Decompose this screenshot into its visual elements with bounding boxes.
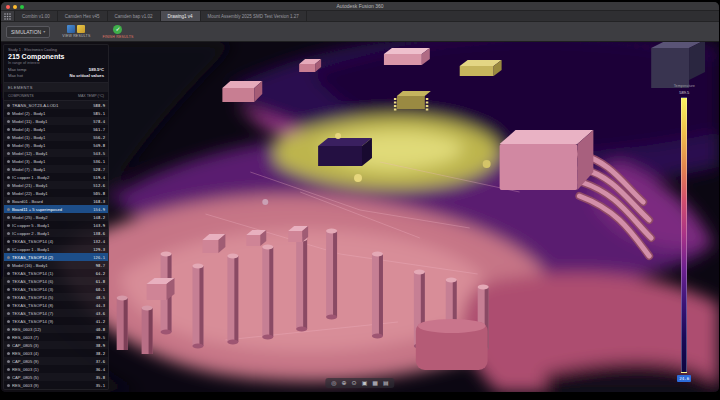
pan-icon[interactable]: ⊕ bbox=[342, 379, 347, 387]
visibility-icon[interactable] bbox=[7, 184, 10, 187]
visibility-icon[interactable] bbox=[7, 168, 10, 171]
legend-gradient[interactable] bbox=[681, 97, 687, 373]
visibility-icon[interactable] bbox=[7, 288, 10, 291]
minimize-button[interactable] bbox=[13, 5, 17, 9]
visibility-icon[interactable] bbox=[7, 384, 10, 387]
component-row[interactable]: Model (2) - Body1 585.1 bbox=[4, 109, 108, 117]
component-name: IC copper 5 - Body1 bbox=[12, 223, 91, 228]
component-row[interactable]: TEXAS_TSSOP14 (6) 61.8 bbox=[4, 277, 108, 285]
visibility-icon[interactable] bbox=[7, 320, 10, 323]
visibility-icon[interactable] bbox=[7, 376, 10, 379]
visibility-icon[interactable] bbox=[7, 264, 10, 267]
visibility-icon[interactable] bbox=[7, 136, 10, 139]
viewport[interactable]: Study 1 - Electronics Cooling 215 Compon… bbox=[1, 42, 719, 392]
visibility-icon[interactable] bbox=[7, 144, 10, 147]
component-row[interactable]: TEXAS_TSSOP14 (1) 64.2 bbox=[4, 269, 108, 277]
component-row[interactable]: Board11 + 5 superimposed 154.9 bbox=[4, 205, 108, 213]
document-tab[interactable]: Camden Hex v45 bbox=[58, 11, 108, 21]
document-tab[interactable]: Mount Assembly 2025 SMD Test Version 1.2… bbox=[201, 11, 307, 21]
visibility-icon[interactable] bbox=[7, 120, 10, 123]
component-row[interactable]: Model (3) - Body1 536.1 bbox=[4, 157, 108, 165]
workspace-selector[interactable]: SIMULATION ▾ bbox=[6, 26, 50, 38]
orbit-icon[interactable]: ◎ bbox=[331, 379, 336, 387]
visibility-icon[interactable] bbox=[7, 200, 10, 203]
component-row[interactable]: IC copper 1 - Body2 519.4 bbox=[4, 173, 108, 181]
visibility-icon[interactable] bbox=[7, 360, 10, 363]
simulation-study-icon[interactable] bbox=[67, 25, 75, 33]
component-row[interactable]: RES_0603 (9) 35.1 bbox=[4, 381, 108, 389]
grid-settings-icon[interactable]: ▤ bbox=[383, 379, 389, 387]
component-row[interactable]: RES_0603 (1) 36.4 bbox=[4, 365, 108, 373]
visibility-icon[interactable] bbox=[7, 152, 10, 155]
component-row[interactable]: Board01 - Board 168.3 bbox=[4, 197, 108, 205]
visibility-icon[interactable] bbox=[7, 368, 10, 371]
visibility-icon[interactable] bbox=[7, 336, 10, 339]
component-row[interactable]: TEXAS_TSSOP14 (4) 132.4 bbox=[4, 237, 108, 245]
document-tab[interactable]: Combin v1.00 bbox=[15, 11, 58, 21]
component-row[interactable]: TEXAS_TSSOP14 (7) 43.6 bbox=[4, 309, 108, 317]
component-row[interactable]: Model (11) - Body1 578.4 bbox=[4, 117, 108, 125]
display-settings-icon[interactable]: ▦ bbox=[372, 379, 378, 387]
visibility-icon[interactable] bbox=[7, 344, 10, 347]
visibility-icon[interactable] bbox=[7, 312, 10, 315]
visibility-icon[interactable] bbox=[7, 328, 10, 331]
visibility-icon[interactable] bbox=[7, 176, 10, 179]
visibility-icon[interactable] bbox=[7, 240, 10, 243]
component-row[interactable]: TEXAS_TSSOP14 (8) 44.3 bbox=[4, 301, 108, 309]
component-row[interactable]: TRANS_SOT23-A-LOD1 588.9 bbox=[4, 101, 108, 109]
visibility-icon[interactable] bbox=[7, 112, 10, 115]
component-row[interactable]: RES_0603 (4) 38.2 bbox=[4, 349, 108, 357]
finish-check-icon[interactable]: ✓ bbox=[113, 25, 122, 34]
visibility-icon[interactable] bbox=[7, 160, 10, 163]
component-row[interactable]: CAP_0805 (3) 38.9 bbox=[4, 341, 108, 349]
component-row[interactable]: TEXAS_TSSOP14 (3) 60.1 bbox=[4, 285, 108, 293]
component-row[interactable]: CAP_0805 (5) 35.8 bbox=[4, 373, 108, 381]
component-row[interactable]: Model (16) - Body1 98.7 bbox=[4, 261, 108, 269]
component-row[interactable]: TEXAS_TSSOP14 (9) 41.2 bbox=[4, 317, 108, 325]
component-row[interactable]: Model (9) - Body1 549.8 bbox=[4, 141, 108, 149]
component-row[interactable]: RES_0603 (12) 40.8 bbox=[4, 325, 108, 333]
visibility-icon[interactable] bbox=[7, 104, 10, 107]
close-button[interactable] bbox=[6, 5, 10, 9]
fit-view-icon[interactable]: ▣ bbox=[362, 379, 368, 387]
results-plot-icon[interactable] bbox=[77, 25, 85, 33]
components-column-header[interactable]: COMPONENTS bbox=[8, 94, 34, 98]
visibility-icon[interactable] bbox=[7, 280, 10, 283]
component-row[interactable]: Model (25) - Body2 148.2 bbox=[4, 213, 108, 221]
component-row[interactable]: CAP_0805 (9) 37.6 bbox=[4, 357, 108, 365]
component-row[interactable]: Model (12) - Body1 543.5 bbox=[4, 149, 108, 157]
zoom-icon[interactable]: ⊙ bbox=[352, 379, 357, 387]
component-row[interactable]: IC copper 2 - Body1 138.6 bbox=[4, 229, 108, 237]
visibility-icon[interactable] bbox=[7, 192, 10, 195]
component-row[interactable]: IC copper 1 - Body1 129.3 bbox=[4, 245, 108, 253]
component-max-temp: 129.3 bbox=[93, 247, 105, 252]
visibility-icon[interactable] bbox=[7, 256, 10, 259]
component-row[interactable]: IC copper 5 - Body1 143.9 bbox=[4, 221, 108, 229]
document-tab[interactable]: Drawing1 v4 bbox=[161, 11, 201, 21]
visibility-icon[interactable] bbox=[7, 352, 10, 355]
visibility-icon[interactable] bbox=[7, 296, 10, 299]
document-tab[interactable]: Camden bap v1.02 bbox=[108, 11, 161, 21]
component-row[interactable]: Model (21) - Body1 512.6 bbox=[4, 181, 108, 189]
component-max-temp: 519.4 bbox=[93, 175, 105, 180]
fullscreen-button[interactable] bbox=[20, 5, 24, 9]
visibility-icon[interactable] bbox=[7, 216, 10, 219]
component-row[interactable]: TEXAS_TSSOP14 (2) 126.1 bbox=[4, 253, 108, 261]
visibility-icon[interactable] bbox=[7, 224, 10, 227]
component-name: Model (2) - Body1 bbox=[12, 111, 91, 116]
component-row[interactable]: Model (4) - Body1 561.7 bbox=[4, 125, 108, 133]
component-row[interactable]: TEXAS_TSSOP14 (5) 48.5 bbox=[4, 293, 108, 301]
visibility-icon[interactable] bbox=[7, 272, 10, 275]
component-row[interactable]: Model (1) - Body1 556.2 bbox=[4, 133, 108, 141]
visibility-icon[interactable] bbox=[7, 248, 10, 251]
visibility-icon[interactable] bbox=[7, 232, 10, 235]
max-temp-column-header[interactable]: MAX TEMP (°C) bbox=[78, 94, 104, 98]
component-row[interactable]: RES_0603 (7) 39.5 bbox=[4, 333, 108, 341]
component-row[interactable]: Model (22) - Body1 505.8 bbox=[4, 189, 108, 197]
study-label: Study 1 - Electronics Cooling bbox=[8, 48, 104, 52]
visibility-icon[interactable] bbox=[7, 208, 10, 211]
component-row[interactable]: Model (7) - Body1 528.7 bbox=[4, 165, 108, 173]
visibility-icon[interactable] bbox=[7, 304, 10, 307]
data-panel-toggle-icon[interactable] bbox=[1, 11, 15, 21]
visibility-icon[interactable] bbox=[7, 128, 10, 131]
